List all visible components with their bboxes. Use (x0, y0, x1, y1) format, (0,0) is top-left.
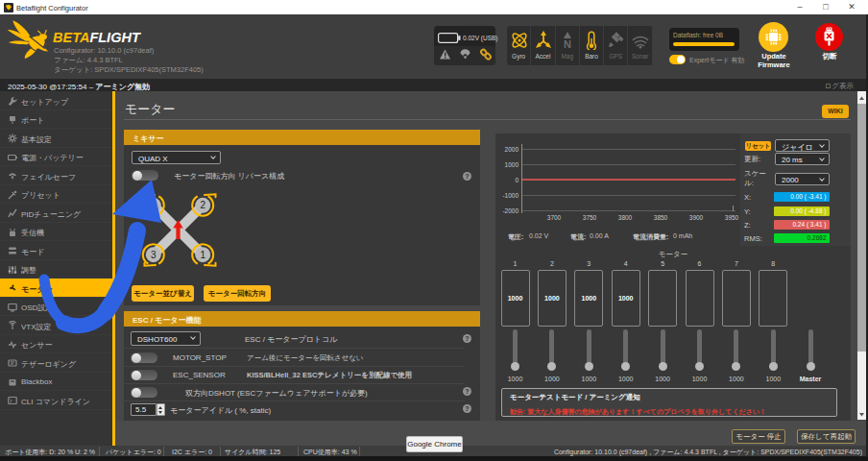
svg-text:N: N (564, 38, 571, 50)
